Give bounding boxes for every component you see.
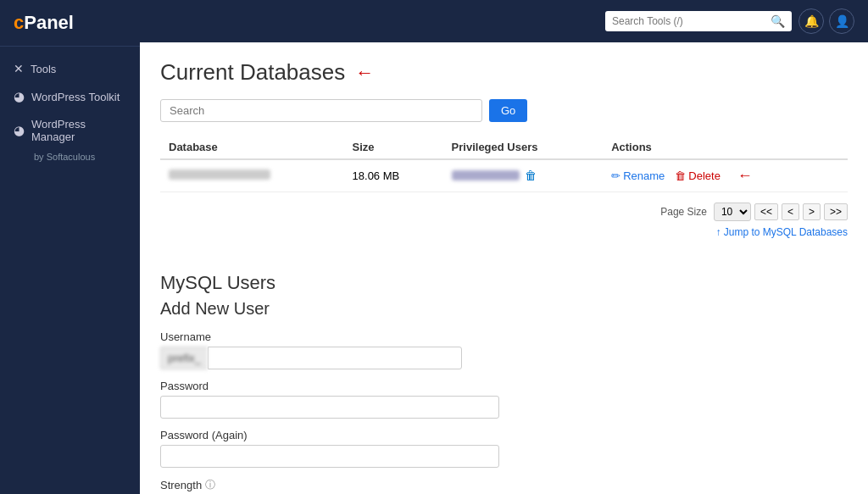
password-again-label: Password (Again) [160, 429, 848, 441]
mysql-users-title: MySQL Users [160, 272, 848, 294]
info-icon: ⓘ [205, 478, 215, 492]
tools-icon: ✕ [14, 62, 24, 75]
rename-button[interactable]: ✏ Rename [611, 169, 665, 182]
jump-to-mysql-link[interactable]: ↑ Jump to MySQL Databases [715, 226, 848, 238]
topbar-search-bar[interactable]: 🔍 [605, 11, 792, 31]
page-next-btn[interactable]: > [803, 203, 821, 220]
db-size-cell: 18.06 MB [344, 159, 443, 192]
delete-arrow-indicator: ← [737, 167, 753, 185]
sidebar-item-wordpress-toolkit[interactable]: ◕ WordPress Toolkit [0, 82, 140, 111]
sidebar-wpmanager-label: WordPress Manager [31, 118, 126, 143]
database-search-input[interactable] [160, 99, 482, 122]
username-input[interactable] [208, 347, 462, 369]
user-icon-btn[interactable]: 👤 [829, 8, 854, 34]
password-again-input[interactable] [160, 445, 499, 468]
table-row: 18.06 MB 🗑 ✏ Rename [160, 159, 848, 192]
add-new-user-title: Add New User [160, 299, 848, 319]
page-title: Current Databases [160, 59, 345, 86]
username-input-row: prefix_ [160, 347, 848, 369]
pencil-icon: ✏ [611, 169, 620, 182]
page-size-select[interactable]: 10 25 50 [714, 203, 751, 221]
sidebar-logo: cPanel [0, 0, 140, 47]
strength-group: Strength ⓘ Very Weak (0/100) Password Ge… [160, 478, 848, 494]
page-prev-btn[interactable]: < [782, 203, 799, 220]
username-label: Username [160, 330, 848, 343]
wordpress-toolkit-icon: ◕ [14, 89, 25, 104]
wordpress-manager-icon: ◕ [14, 123, 25, 138]
password-input[interactable] [160, 396, 499, 419]
page-first-btn[interactable]: << [754, 203, 778, 220]
content-area: Current Databases ← Go Database Size Pri… [140, 42, 868, 494]
sidebar-tools-label: Tools [31, 63, 56, 75]
sidebar-nav: ✕ Tools ◕ WordPress Toolkit ◕ WordPress … [0, 47, 140, 175]
db-actions-cell: ✏ Rename 🗑 Delete ← [603, 159, 848, 192]
topbar-icons: 🔔 👤 [798, 8, 854, 34]
col-privileged-users: Privileged Users [443, 136, 604, 159]
priv-bar-blurred [452, 170, 520, 180]
col-database: Database [160, 136, 344, 159]
databases-table: Database Size Privileged Users Actions 1… [160, 136, 848, 192]
db-privileged-cell: 🗑 [443, 159, 604, 192]
password-again-group: Password (Again) [160, 429, 848, 468]
main-area: 🔍 🔔 👤 Current Databases ← Go Database Si… [140, 0, 868, 494]
cpanel-logo: cPanel [14, 12, 74, 33]
col-actions: Actions [603, 136, 848, 159]
username-group: Username prefix_ [160, 330, 848, 369]
red-arrow-indicator: ← [355, 62, 374, 84]
db-name-cell [160, 159, 344, 192]
search-row: Go [160, 99, 848, 122]
sidebar: cPanel ✕ Tools ◕ WordPress Toolkit ◕ Wor… [0, 0, 140, 494]
sidebar-by-softaculous: by Softaculous [0, 150, 140, 167]
action-buttons: ✏ Rename 🗑 Delete ← [611, 167, 839, 185]
strength-label: Strength ⓘ [160, 478, 848, 492]
trash-delete-icon: 🗑 [675, 169, 686, 182]
db-name-blurred [169, 169, 270, 180]
topbar-search-input[interactable] [612, 15, 765, 27]
sidebar-item-wordpress-manager[interactable]: ◕ WordPress Manager [0, 111, 140, 150]
search-icon: 🔍 [771, 14, 785, 28]
username-prefix: prefix_ [160, 347, 208, 369]
delete-button[interactable]: 🗑 Delete [675, 169, 721, 182]
sidebar-wptoolkit-label: WordPress Toolkit [31, 91, 120, 103]
password-label: Password [160, 380, 848, 392]
page-size-label: Page Size [660, 206, 707, 218]
topbar: 🔍 🔔 👤 [140, 0, 868, 42]
trash-icon[interactable]: 🗑 [525, 169, 537, 182]
page-last-btn[interactable]: >> [824, 203, 848, 220]
sidebar-item-tools[interactable]: ✕ Tools [0, 55, 140, 82]
notification-icon-btn[interactable]: 🔔 [798, 8, 824, 34]
go-button[interactable]: Go [489, 99, 527, 122]
pagination-row: Page Size 10 25 50 << < > >> [160, 203, 848, 221]
page-title-row: Current Databases ← [160, 59, 848, 86]
password-group: Password [160, 380, 848, 419]
col-size: Size [344, 136, 443, 159]
